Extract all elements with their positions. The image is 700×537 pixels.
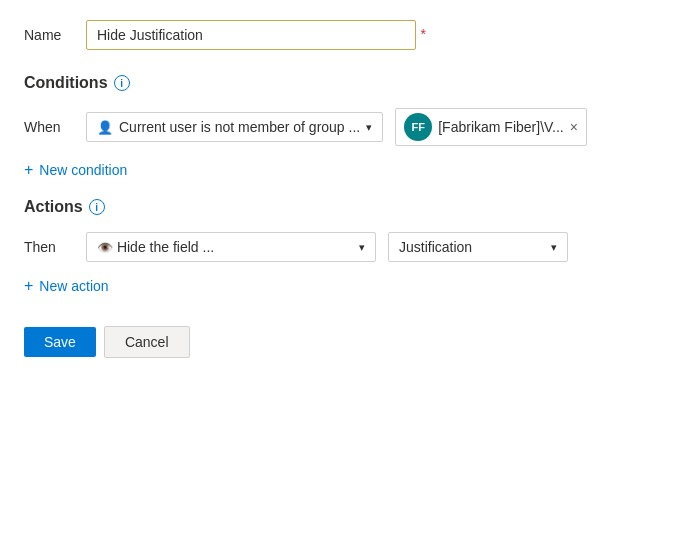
- then-row: Then 👁️ Hide the field ... ▾ Justificati…: [24, 232, 676, 262]
- name-row: Name *: [24, 20, 676, 50]
- new-action-row[interactable]: + New action: [24, 278, 676, 294]
- when-label: When: [24, 119, 74, 135]
- name-label: Name: [24, 27, 74, 43]
- justification-dropdown[interactable]: Justification ▾: [388, 232, 568, 262]
- actions-header: Actions i: [24, 198, 676, 216]
- condition-dropdown[interactable]: 👤 Current user is not member of group ..…: [86, 112, 383, 142]
- person-icon: 👤: [97, 120, 113, 135]
- actions-section: Actions i Then 👁️ Hide the field ... ▾ J…: [24, 198, 676, 294]
- new-condition-row[interactable]: + New condition: [24, 162, 676, 178]
- name-input[interactable]: [86, 20, 416, 50]
- conditions-section: Conditions i When 👤 Current user is not …: [24, 74, 676, 178]
- condition-dropdown-left: 👤 Current user is not member of group ..…: [97, 119, 360, 135]
- buttons-row: Save Cancel: [24, 326, 676, 358]
- conditions-info-icon[interactable]: i: [114, 75, 130, 91]
- actions-title: Actions: [24, 198, 83, 216]
- conditions-header: Conditions i: [24, 74, 676, 92]
- new-condition-label: New condition: [39, 162, 127, 178]
- justification-chevron-icon: ▾: [551, 241, 557, 254]
- required-marker: *: [421, 26, 426, 42]
- condition-chevron-icon: ▾: [366, 121, 372, 134]
- group-avatar: FF: [404, 113, 432, 141]
- cancel-button[interactable]: Cancel: [104, 326, 190, 358]
- action-dropdown[interactable]: 👁️ Hide the field ... ▾: [86, 232, 376, 262]
- new-condition-plus-icon: +: [24, 162, 33, 178]
- action-chevron-icon: ▾: [359, 241, 365, 254]
- action-dropdown-left: 👁️ Hide the field ...: [97, 239, 214, 255]
- new-action-label: New action: [39, 278, 108, 294]
- action-dropdown-text: Hide the field ...: [117, 239, 214, 255]
- new-action-plus-icon: +: [24, 278, 33, 294]
- justification-dropdown-text: Justification: [399, 239, 472, 255]
- condition-dropdown-text: Current user is not member of group ...: [119, 119, 360, 135]
- group-badge: FF [Fabrikam Fiber]\V... ×: [395, 108, 587, 146]
- then-label: Then: [24, 239, 74, 255]
- name-input-wrapper: *: [86, 20, 416, 50]
- group-badge-text: [Fabrikam Fiber]\V...: [438, 119, 564, 135]
- actions-info-icon[interactable]: i: [89, 199, 105, 215]
- conditions-title: Conditions: [24, 74, 108, 92]
- hide-field-icon: 👁️: [97, 240, 113, 255]
- group-badge-close-icon[interactable]: ×: [570, 119, 578, 135]
- save-button[interactable]: Save: [24, 327, 96, 357]
- when-row: When 👤 Current user is not member of gro…: [24, 108, 676, 146]
